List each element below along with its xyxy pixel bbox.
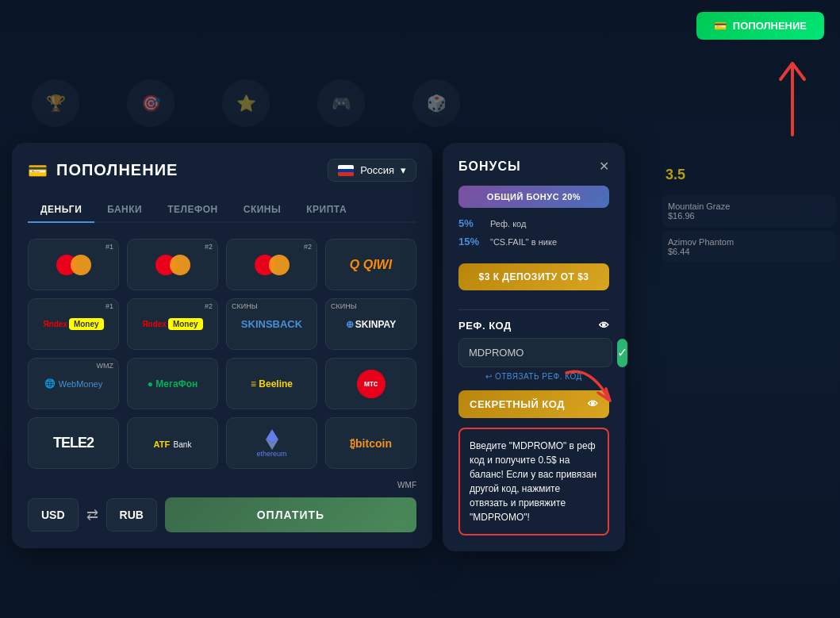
country-selector[interactable]: Россия ▾: [328, 159, 416, 182]
payment-tele2[interactable]: TELE2: [28, 417, 119, 469]
bonus-header: БОНУСЫ ✕: [458, 159, 609, 174]
modal-title-text: ПОПОЛНЕНИЕ: [56, 161, 178, 179]
bg-icon-star: ⭐: [222, 79, 270, 127]
tab-phone[interactable]: ТЕЛЕФОН: [155, 198, 231, 223]
bg-icon-medal: 🎯: [127, 79, 175, 127]
game-item-1: Mountain Graze $16.96: [662, 195, 836, 227]
deposit-offer-button[interactable]: $3 К ДЕПОЗИТУ ОТ $3: [458, 263, 609, 290]
payment-qiwi[interactable]: Q QIWI: [325, 239, 416, 290]
right-panel: 3.5 Mountain Graze $16.96 Azimov Phantom…: [658, 159, 840, 267]
payment-skinsback[interactable]: СКИНЫ SKINSBACK: [226, 298, 317, 350]
promo-info-box: Введите "MDPROMO" в реф код и получите 0…: [458, 428, 609, 535]
tab-skins[interactable]: СКИНЫ: [231, 198, 294, 223]
bonus-desc-nick: "CS.FAIL" в нике: [490, 237, 557, 247]
mastercard-icon2: [155, 255, 190, 275]
bonus-modal: БОНУСЫ ✕ ОБЩИЙ БОНУС 20% 5% Реф. код 15%…: [443, 143, 625, 551]
modal-wallet-icon: 💳: [28, 161, 48, 180]
atf-bank-logo: ATF Bank: [154, 436, 192, 451]
payment-mastercard3[interactable]: #2: [226, 239, 317, 290]
bg-icon-cs: 🎲: [412, 79, 460, 127]
wmf-row: WMF: [28, 481, 416, 489]
ethereum-logo: ethereum: [256, 429, 286, 458]
yandex-icon2: Яndex Money: [142, 318, 202, 330]
webmoney-icon: 🌐: [44, 378, 56, 389]
game-item-1-name: Mountain Graze: [668, 202, 730, 211]
balance-display: 3.5: [658, 159, 840, 191]
unlink-arrow-icon: ↩: [485, 372, 493, 381]
payment-tabs: ДЕНЬГИ БАНКИ ТЕЛЕФОН СКИНЫ КРИПТА: [28, 198, 416, 223]
eth-text: ethereum: [256, 450, 286, 458]
payment-mastercard2[interactable]: #2: [127, 239, 218, 290]
skinsback-badge: СКИНЫ: [232, 302, 258, 310]
tele2-logo: TELE2: [53, 435, 94, 451]
yandex-icon1: Яndex Money: [43, 318, 103, 330]
payment-ethereum[interactable]: ethereum: [226, 417, 317, 469]
bonus-title: БОНУСЫ: [458, 159, 521, 174]
top-deposit-button[interactable]: 💳 ПОПОЛНЕНИЕ: [696, 12, 824, 40]
mc-right: [71, 255, 91, 275]
mastercard-icon: [56, 255, 91, 275]
tab-crypto[interactable]: КРИПТА: [293, 198, 359, 223]
red-arrow-ref: [558, 357, 622, 424]
yandex-brand1: Яndex: [43, 320, 67, 328]
mc-right3: [269, 255, 290, 275]
ref-label-text: РЕФ. КОД: [458, 320, 512, 332]
currency-to-select[interactable]: RUB: [106, 498, 157, 532]
pay-button[interactable]: ОПЛАТИТЬ: [165, 497, 416, 532]
currency-from-select[interactable]: USD: [28, 498, 79, 532]
wallet-icon: 💳: [714, 20, 727, 32]
bonus-item-nick: 15% "CS.FAIL" в нике: [458, 236, 609, 248]
skinpay-badge: СКИНЫ: [331, 302, 357, 310]
chevron-down-icon: ▾: [401, 164, 406, 176]
total-bonus-bar: ОБЩИЙ БОНУС 20%: [458, 186, 609, 208]
tab-money[interactable]: ДЕНЬГИ: [28, 198, 94, 223]
payment-webmoney[interactable]: WMZ 🌐 WebMoney: [28, 358, 119, 409]
badge-1: #1: [105, 243, 113, 251]
skin-text: ⊕: [346, 319, 354, 330]
payment-yandex2[interactable]: #2 Яndex Money: [127, 298, 218, 350]
megafon-logo: ● МегаФон: [148, 378, 198, 390]
skinpay-logo: ⊕ SKINPAY: [346, 319, 396, 330]
yandex-badge2: #2: [205, 302, 213, 310]
atf-text: ATF: [154, 440, 171, 449]
russia-flag: [338, 165, 354, 176]
mastercard-icon3: [255, 255, 290, 275]
mc-right2: [170, 255, 190, 275]
payment-beeline[interactable]: ≡ Beeline: [226, 358, 317, 409]
bonus-close-button[interactable]: ✕: [599, 159, 609, 174]
deposit-modal: 💳 ПОПОЛНЕНИЕ Россия ▾ ДЕНЬГИ БАНКИ ТЕЛЕФ…: [12, 143, 432, 548]
wmz-badge: WMZ: [97, 362, 114, 370]
webmoney-text: WebMoney: [59, 379, 102, 389]
payment-atf[interactable]: ATF Bank: [127, 417, 218, 469]
bg-icon-gift: 🎮: [317, 79, 365, 127]
secret-code-label: СЕКРЕТНЫЙ КОД: [470, 398, 565, 410]
game-item-2-price: $6.44: [668, 247, 690, 256]
currency-row: USD ⇄ RUB ОПЛАТИТЬ: [28, 497, 416, 532]
bonus-pct-ref: 5%: [458, 217, 482, 229]
skinsback-label: SKINSBACK: [241, 318, 302, 330]
payment-mtc[interactable]: мтс: [325, 358, 416, 409]
payment-grid: #1 #2 #2 Q QIWI #1: [28, 239, 416, 469]
tab-banks[interactable]: БАНКИ: [94, 198, 155, 223]
beeline-logo: ≡ Beeline: [251, 378, 293, 390]
balance-value: 3.5: [665, 167, 685, 182]
payment-mastercard1[interactable]: #1: [28, 239, 119, 290]
qiwi-logo: Q QIWI: [350, 258, 392, 272]
divider1: [458, 309, 609, 310]
bitcoin-logo: ₿bitcoin: [350, 437, 392, 450]
payment-yandex1[interactable]: #1 Яndex Money: [28, 298, 119, 350]
bg-icon-trophy: 🏆: [32, 79, 79, 127]
payment-bitcoin[interactable]: ₿bitcoin: [325, 417, 416, 469]
top-deposit-label: ПОПОЛНЕНИЕ: [733, 20, 807, 32]
game-item-1-price: $16.96: [668, 211, 695, 221]
game-item-2-name: Azimov Phantom: [668, 237, 734, 247]
bg-icons: 🏆 🎯 ⭐ 🎮 🎲: [0, 79, 840, 127]
payment-skinpay[interactable]: СКИНЫ ⊕ SKINPAY: [325, 298, 416, 350]
promo-info-text: Введите "MDPROMO" в реф код и получите 0…: [470, 440, 596, 523]
payment-megafon[interactable]: ● МегаФон: [127, 358, 218, 409]
modal-header: 💳 ПОПОЛНЕНИЕ Россия ▾: [28, 159, 416, 182]
game-item-2: Azimov Phantom $6.44: [662, 231, 836, 263]
ref-eye-icon[interactable]: 👁: [599, 320, 610, 332]
currency-swap-icon[interactable]: ⇄: [86, 506, 98, 524]
ref-label: РЕФ. КОД 👁: [458, 320, 609, 332]
